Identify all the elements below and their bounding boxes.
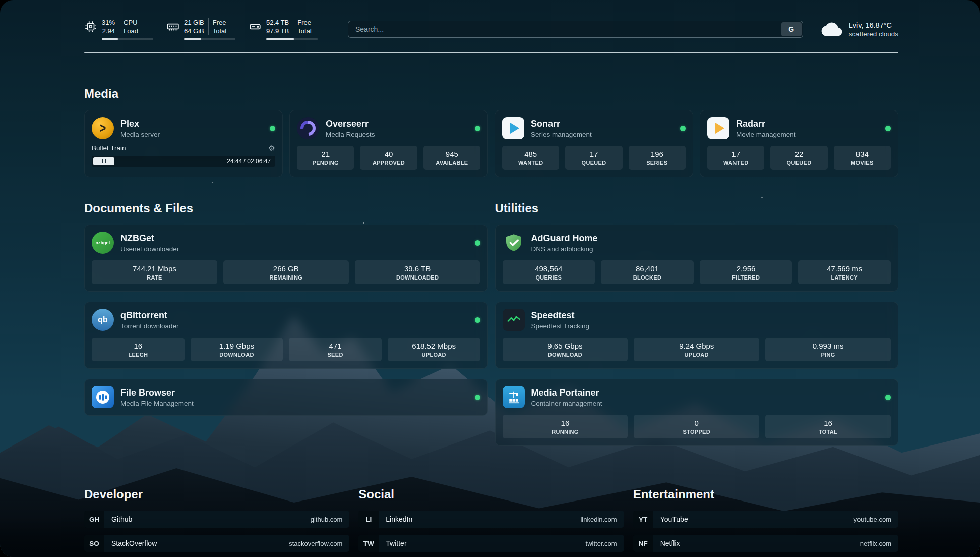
stat-blocked: 86,401 BLOCKED [601, 260, 694, 284]
ram-icon [166, 20, 179, 33]
stat-remaining: 266 GB REMAINING [223, 260, 349, 284]
stat-upload: 9.24 Gbps UPLOAD [634, 338, 759, 361]
header-divider [84, 52, 898, 53]
stat-queries: 498,564 QUERIES [503, 260, 595, 284]
ram-label-1: Free [213, 18, 226, 27]
section-title-developer: Developer [84, 487, 349, 502]
filebrowser-icon [92, 386, 114, 408]
disk-label-2: Total [297, 27, 311, 35]
bookmark-linkedin[interactable]: LI LinkedIn linkedin.com [358, 511, 624, 528]
section-utilities: Utilities AdGuard [495, 201, 899, 456]
pause-icon[interactable] [93, 157, 114, 165]
status-dot [475, 395, 480, 400]
cpu-widget: 31% 2.94 CPU Load [84, 18, 153, 40]
disk-total: 97.9 TB [266, 27, 289, 35]
bookmark-netflix[interactable]: NF Netflix netflix.com [633, 535, 898, 552]
cpu-load: 2.94 [102, 27, 115, 35]
stat-stopped: 0 STOPPED [634, 415, 759, 438]
sonarr-card[interactable]: Sonarr Series management 485 WANTED 17 Q… [495, 110, 693, 177]
status-dot [270, 126, 275, 131]
linkedin-icon: LI [358, 511, 379, 528]
plex-player-bar[interactable]: 24:44 / 02:06:47 [92, 156, 275, 167]
status-dot [885, 126, 891, 131]
section-social: Social LI LinkedIn linkedin.com TW Twitt… [358, 487, 624, 557]
stat-upload: 618.52 Mbps UPLOAD [388, 338, 480, 361]
section-title-media: Media [84, 87, 898, 101]
weather-widget[interactable]: Lviv, 16.87°C scattered clouds [820, 21, 898, 38]
service-subtitle: Speedtest Tracking [531, 322, 891, 330]
stat-total: 16 TOTAL [765, 415, 891, 438]
gear-icon[interactable]: ⚙ [269, 144, 275, 152]
ram-total: 64 GiB [184, 27, 204, 35]
stat-ping: 0.993 ms PING [765, 338, 891, 361]
nzbget-icon: nzbget [92, 232, 114, 254]
radarr-card[interactable]: Radarr Movie management 17 WANTED 22 QUE… [700, 110, 898, 177]
service-name: File Browser [120, 387, 468, 398]
adguard-card[interactable]: AdGuard Home DNS and adblocking 498,564 … [495, 225, 899, 292]
adguard-icon [503, 232, 525, 254]
stat-movies: 834 MOVIES [834, 146, 891, 170]
stat-running: 16 RUNNING [503, 415, 628, 438]
service-subtitle: Container management [531, 400, 879, 407]
weather-condition: scattered clouds [849, 30, 898, 38]
speedtest-icon [503, 309, 525, 331]
stat-download: 9.65 Gbps DOWNLOAD [503, 338, 628, 361]
stat-rate: 744.21 Mbps RATE [92, 260, 217, 284]
section-title-documents: Documents & Files [84, 201, 488, 215]
ram-widget: 21 GiB 64 GiB Free Total [166, 18, 235, 40]
bookmark-stackoverflow[interactable]: SO StackOverflow stackoverflow.com [84, 535, 349, 552]
bookmark-youtube[interactable]: YT YouTube youtube.com [633, 511, 898, 528]
portainer-card[interactable]: Media Portainer Container management 16 … [495, 379, 899, 446]
search-input[interactable] [348, 21, 803, 38]
service-name: AdGuard Home [531, 233, 891, 244]
stat-leech: 16 LEECH [92, 338, 185, 361]
overseerr-card[interactable]: Overseerr Media Requests 21 PENDING 40 A… [289, 110, 488, 177]
stat-series: 196 SERIES [629, 146, 686, 170]
service-subtitle: Usenet downloader [120, 245, 468, 253]
disk-usage-bar [266, 38, 318, 40]
stat-pending: 21 PENDING [297, 146, 354, 170]
section-title-entertainment: Entertainment [633, 487, 898, 502]
stat-queued: 22 QUEUED [770, 146, 827, 170]
qbittorrent-card[interactable]: qb qBittorrent Torrent downloader 16 LEE… [84, 302, 488, 369]
ram-free: 21 GiB [184, 18, 204, 27]
plex-icon: > [92, 117, 114, 139]
service-subtitle: Torrent downloader [120, 322, 468, 330]
search-engine-button[interactable]: G [781, 22, 802, 36]
stat-filtered: 2,956 FILTERED [700, 260, 792, 284]
nzbget-card[interactable]: nzbget NZBGet Usenet downloader 744.21 M… [84, 225, 488, 292]
plex-card[interactable]: > Plex Media server Bullet Train ⚙ 24:44 [84, 110, 283, 177]
service-subtitle: Media File Management [120, 400, 468, 407]
disk-icon [249, 20, 262, 33]
service-name: Overseerr [326, 119, 468, 129]
stat-approved: 40 APPROVED [360, 146, 417, 170]
dashboard-screen: 31% 2.94 CPU Load 21 GiB [0, 0, 980, 557]
service-subtitle: DNS and adblocking [531, 245, 891, 253]
cpu-icon [84, 20, 97, 33]
search-bar: G [348, 21, 803, 38]
speedtest-card[interactable]: Speedtest Speedtest Tracking 9.65 Gbps D… [495, 302, 899, 369]
service-subtitle: Series management [531, 131, 673, 138]
section-media: Media > Plex Media server Bullet Train [84, 87, 898, 177]
cpu-percent: 31% [102, 18, 115, 27]
cpu-label-1: CPU [124, 18, 137, 27]
stat-downloaded: 39.6 TB DOWNLOADED [355, 260, 480, 284]
ram-label-2: Total [213, 27, 226, 35]
overseerr-icon [297, 117, 319, 139]
section-documents: Documents & Files nzbget NZBGet Usenet d… [84, 201, 488, 456]
netflix-icon: NF [633, 535, 653, 552]
cpu-usage-bar [102, 38, 153, 40]
stat-download: 1.19 Gbps DOWNLOAD [191, 338, 283, 361]
service-name: Plex [120, 119, 263, 129]
stackoverflow-icon: SO [84, 535, 104, 552]
bookmark-twitter[interactable]: TW Twitter twitter.com [358, 535, 624, 552]
weather-location: Lviv, 16.87°C [849, 21, 898, 29]
status-dot [680, 126, 686, 131]
stat-latency: 47.569 ms LATENCY [798, 260, 891, 284]
filebrowser-card[interactable]: File Browser Media File Management [84, 379, 488, 416]
bookmark-github[interactable]: GH Github github.com [84, 511, 349, 528]
stat-available: 945 AVAILABLE [423, 146, 480, 170]
now-playing-title: Bullet Train [92, 144, 126, 152]
section-entertainment: Entertainment YT YouTube youtube.com NF … [633, 487, 898, 557]
cloud-icon [820, 21, 843, 38]
